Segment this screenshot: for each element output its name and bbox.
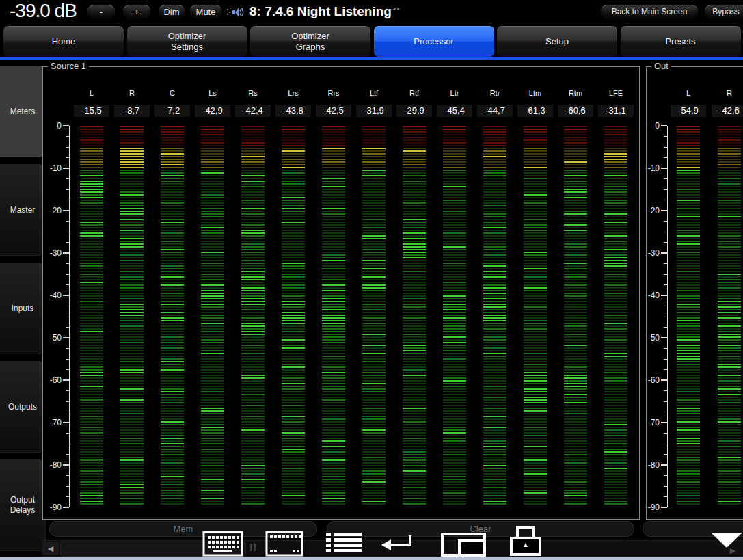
db-scale-label: -20	[639, 206, 660, 215]
meter-segment	[677, 224, 700, 226]
meter-segment	[677, 454, 700, 455]
meter-segment	[403, 501, 426, 502]
meter-segment	[677, 336, 700, 338]
meter-segment	[564, 153, 587, 155]
meter-segment	[718, 254, 741, 256]
keyboard-icon[interactable]	[202, 531, 243, 559]
meter-segment	[322, 501, 345, 502]
meter-segment	[443, 457, 466, 458]
channel-label-rtf: Rtf	[397, 89, 431, 97]
lock-icon[interactable]	[510, 526, 541, 559]
meter-segment	[322, 498, 345, 499]
dim-button[interactable]: Dim	[158, 4, 185, 20]
keypad-icon[interactable]	[265, 531, 303, 559]
minor-tick	[66, 327, 69, 328]
meter-segment	[403, 268, 426, 269]
meter-segment	[524, 397, 547, 398]
meter-segment	[241, 487, 265, 488]
meter-segment	[564, 416, 587, 417]
meter-segment	[201, 443, 224, 444]
meter-segment	[120, 208, 144, 209]
sidebar-item-output-delays[interactable]: Output Delays	[0, 459, 46, 551]
minor-tick	[66, 189, 69, 190]
meter-segment	[80, 487, 103, 488]
meter-segment	[362, 377, 386, 379]
meter-segment	[241, 137, 265, 138]
meter-segment	[201, 336, 224, 338]
meter-segment	[677, 243, 700, 245]
meter-segment	[718, 287, 741, 289]
meter-segment	[201, 328, 224, 330]
minor-tick	[664, 263, 667, 264]
window-icon[interactable]	[441, 529, 486, 559]
meter-segment	[677, 252, 700, 253]
list-icon[interactable]	[326, 533, 362, 556]
meter-segment	[161, 295, 184, 297]
tab-home[interactable]: Home	[3, 25, 124, 57]
minor-tick	[66, 274, 69, 275]
meter-segment	[483, 191, 506, 193]
meter-segment	[120, 490, 144, 491]
meter-segment	[241, 279, 265, 280]
volume-up-button[interactable]: +	[122, 4, 151, 20]
meter-segment	[161, 350, 184, 351]
tab-optimizer-graphs[interactable]: OptimizerGraphs	[249, 25, 371, 57]
meter-segment	[80, 312, 103, 313]
meter-segment	[120, 227, 144, 228]
meter-segment	[282, 446, 305, 447]
meter-segment	[201, 372, 224, 373]
meter-segment	[362, 139, 386, 141]
meter-segment	[604, 205, 627, 206]
volume-down-button[interactable]: -	[87, 4, 116, 20]
meter-segment	[322, 424, 345, 425]
dropdown-triangle-icon[interactable]	[711, 533, 742, 548]
meter-segment	[483, 399, 506, 401]
meter-segment	[362, 388, 386, 390]
return-icon[interactable]	[381, 534, 413, 556]
meter-segment	[677, 465, 700, 466]
meter-segment	[161, 170, 184, 171]
meter-segment	[161, 181, 184, 182]
meter-segment	[524, 468, 547, 469]
meter-segment	[403, 219, 426, 220]
meter-segment	[718, 172, 741, 174]
meter-segment	[120, 495, 144, 496]
meter-segment	[201, 309, 224, 310]
meter-segment	[80, 287, 103, 289]
scroll-left-button[interactable]: ◀	[42, 542, 59, 555]
meter-segment	[282, 145, 305, 146]
meter-segment	[604, 186, 627, 187]
meter-segment	[718, 164, 741, 165]
meter-segment	[524, 235, 547, 237]
meter-segment	[718, 350, 741, 351]
tab-processor[interactable]: Processor	[373, 25, 495, 57]
meter-segment	[718, 205, 741, 206]
meter-segment	[677, 353, 700, 354]
meter-segment	[483, 156, 506, 157]
meter-segment	[282, 175, 305, 176]
tab-presets[interactable]: Presets	[620, 25, 742, 57]
sidebar-item-inputs[interactable]: Inputs	[0, 263, 46, 354]
meter-segment	[322, 476, 345, 477]
meter-segment	[161, 347, 184, 349]
meter-segment	[161, 153, 184, 155]
meter-segment	[564, 175, 587, 176]
meter-segment	[120, 205, 144, 206]
meter-segment	[322, 282, 345, 283]
meter-segment	[524, 375, 547, 376]
meter-segment	[564, 449, 587, 450]
tab-optimizer-settings[interactable]: OptimizerSettings	[126, 25, 248, 57]
tab-setup[interactable]: Setup	[496, 25, 618, 57]
meter-segment	[120, 429, 144, 431]
back-to-main-button[interactable]: Back to Main Screen	[600, 4, 699, 20]
bypass-button[interactable]: Bypass	[704, 4, 743, 20]
meter-segment	[564, 227, 587, 228]
meter-segment	[403, 142, 426, 144]
sidebar-item-meters[interactable]: Meters	[0, 66, 46, 157]
mute-button[interactable]: Mute	[189, 4, 222, 20]
sidebar-item-master[interactable]: Master	[0, 164, 46, 256]
meter-segment	[718, 183, 741, 185]
meter-segment	[80, 150, 103, 152]
meter-segment	[718, 432, 741, 434]
sidebar-item-outputs[interactable]: Outputs	[0, 361, 46, 453]
